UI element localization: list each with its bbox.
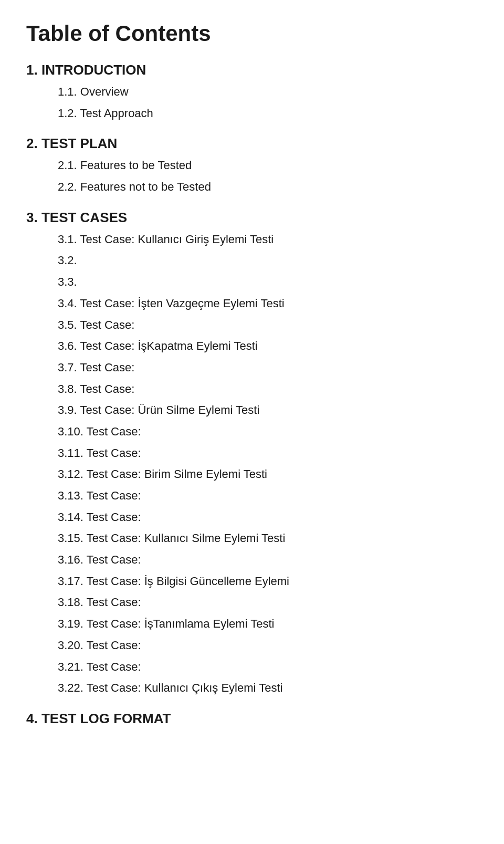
section-3-item-18: 3.18. Test Case: [58, 592, 478, 613]
section-3-item-9: 3.9. Test Case: Ürün Silme Eylemi Testi [58, 400, 478, 421]
section-1-items: 1.1. Overview 1.2. Test Approach [58, 81, 478, 124]
section-3-item-22: 3.22. Test Case: Kullanıcı Çıkış Eylemi … [58, 678, 478, 699]
section-1-item-2: 1.2. Test Approach [58, 103, 478, 124]
section-3-item-19: 3.19. Test Case: İşTanımlama Eylemi Test… [58, 613, 478, 635]
section-3-item-3: 3.3. [58, 272, 478, 293]
section-4: 4. TEST LOG FORMAT [26, 711, 478, 727]
section-3-item-10: 3.10. Test Case: [58, 421, 478, 443]
toc-container: 1. INTRODUCTION 1.1. Overview 1.2. Test … [26, 62, 478, 727]
section-3-heading: 3. TEST CASES [26, 210, 478, 226]
section-3-items: 3.1. Test Case: Kullanıcı Giriş Eylemi T… [58, 229, 478, 699]
section-2-number: 2. [26, 136, 38, 151]
section-3-item-1: 3.1. Test Case: Kullanıcı Giriş Eylemi T… [58, 229, 478, 251]
section-3-item-20: 3.20. Test Case: [58, 635, 478, 657]
section-3-item-4: 3.4. Test Case: İşten Vazgeçme Eylemi Te… [58, 293, 478, 315]
section-1-number: 1. [26, 62, 38, 78]
section-1-item-1: 1.1. Overview [58, 81, 478, 103]
section-2-label: TEST PLAN [41, 136, 117, 151]
section-3-item-12: 3.12. Test Case: Birim Silme Eylemi Test… [58, 464, 478, 485]
section-3-number: 3. [26, 210, 38, 225]
section-3: 3. TEST CASES 3.1. Test Case: Kullanıcı … [26, 210, 478, 699]
section-3-item-6: 3.6. Test Case: İşKapatma Eylemi Testi [58, 336, 478, 357]
section-3-label: TEST CASES [41, 210, 127, 225]
section-3-item-2: 3.2. [58, 250, 478, 272]
section-3-item-17: 3.17. Test Case: İş Bilgisi Güncelleme E… [58, 571, 478, 592]
section-3-item-7: 3.7. Test Case: [58, 357, 478, 379]
section-3-item-11: 3.11. Test Case: [58, 443, 478, 464]
section-2-item-2: 2.2. Features not to be Tested [58, 176, 478, 198]
section-1-heading: 1. INTRODUCTION [26, 62, 478, 78]
section-4-heading: 4. TEST LOG FORMAT [26, 711, 478, 727]
section-3-item-5: 3.5. Test Case: [58, 315, 478, 336]
section-3-item-16: 3.16. Test Case: [58, 549, 478, 571]
section-2-item-1: 2.1. Features to be Tested [58, 155, 478, 176]
section-4-label: TEST LOG FORMAT [41, 711, 171, 726]
section-1: 1. INTRODUCTION 1.1. Overview 1.2. Test … [26, 62, 478, 124]
section-3-item-15: 3.15. Test Case: Kullanıcı Silme Eylemi … [58, 528, 478, 549]
section-2-heading: 2. TEST PLAN [26, 136, 478, 152]
section-2: 2. TEST PLAN 2.1. Features to be Tested … [26, 136, 478, 197]
page-title: Table of Contents [26, 21, 478, 46]
section-1-label: INTRODUCTION [41, 62, 146, 78]
section-3-item-21: 3.21. Test Case: [58, 657, 478, 678]
section-4-number: 4. [26, 711, 38, 726]
section-3-item-14: 3.14. Test Case: [58, 507, 478, 528]
section-2-items: 2.1. Features to be Tested 2.2. Features… [58, 155, 478, 197]
section-3-item-13: 3.13. Test Case: [58, 485, 478, 507]
section-3-item-8: 3.8. Test Case: [58, 379, 478, 400]
